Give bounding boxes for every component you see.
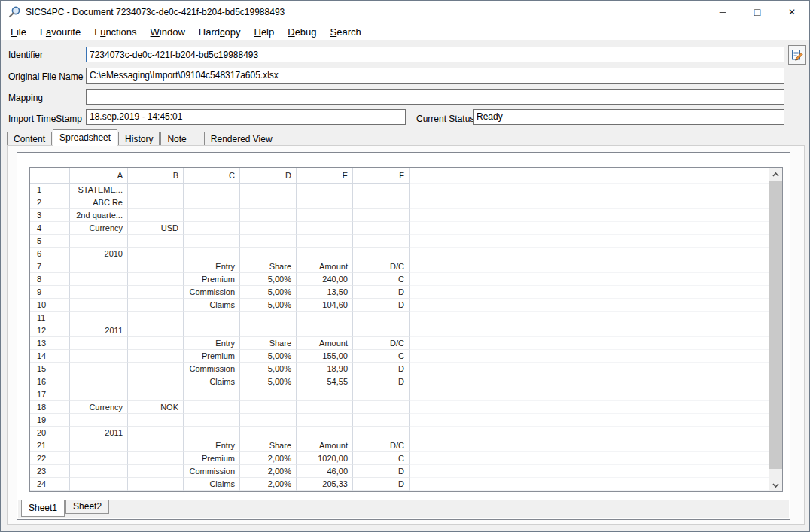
vertical-scrollbar[interactable] [769,168,782,491]
row-header-2[interactable]: 2 [30,196,70,209]
cell-D8[interactable]: 5,00% [240,273,297,286]
cell-D15[interactable]: 5,00% [240,363,297,375]
cell-D13[interactable]: Share [240,337,297,350]
cell-A13[interactable] [70,337,128,350]
cell-A8[interactable] [70,273,128,286]
column-header-F[interactable]: F [353,168,410,184]
column-header-D[interactable]: D [240,168,297,184]
close-button[interactable]: ✕ [775,1,809,23]
cell-D20[interactable] [240,427,297,439]
cell-C20[interactable] [184,427,240,439]
cell-B17[interactable] [128,388,184,401]
cell-C9[interactable]: Commission [184,286,240,299]
row-header-21[interactable]: 21 [30,439,70,452]
cell-F17[interactable] [353,388,410,401]
cell-C16[interactable]: Claims [184,375,240,388]
cell-B23[interactable] [128,465,184,478]
cell-B4[interactable]: USD [128,222,184,235]
cell-D10[interactable]: 5,00% [240,299,297,312]
import-timestamp-field[interactable]: 18.sep.2019 - 14:45:01 [86,109,406,125]
cell-C13[interactable]: Entry [184,337,240,350]
cell-B19[interactable] [128,414,184,427]
cell-E9[interactable]: 13,50 [297,286,353,299]
tab-rendered-view[interactable]: Rendered View [204,132,279,146]
cell-F14[interactable]: C [353,350,410,363]
cell-E22[interactable]: 1020,00 [297,452,353,465]
cell-C7[interactable]: Entry [184,260,240,273]
cell-E10[interactable]: 104,60 [297,299,353,312]
menu-help[interactable]: Help [247,25,281,39]
tab-note[interactable]: Note [160,132,193,146]
cell-E19[interactable] [297,414,353,427]
cell-A11[interactable] [70,312,128,324]
maximize-button[interactable]: □ [740,1,775,23]
cell-B6[interactable] [128,248,184,260]
cell-D16[interactable]: 5,00% [240,375,297,388]
cell-D4[interactable] [240,222,297,235]
cell-B15[interactable] [128,363,184,375]
cell-C8[interactable]: Premium [184,273,240,286]
cell-D17[interactable] [240,388,297,401]
row-header-10[interactable]: 10 [30,299,70,312]
cell-D18[interactable] [240,401,297,414]
row-header-24[interactable]: 24 [30,478,70,491]
cell-A22[interactable] [70,452,128,465]
cell-E2[interactable] [297,196,353,209]
cell-B11[interactable] [128,312,184,324]
cell-A12[interactable]: 2011 [70,324,128,337]
row-header-1[interactable]: 1 [30,184,70,196]
cell-A15[interactable] [70,363,128,375]
row-header-14[interactable]: 14 [30,350,70,363]
tab-spreadsheet[interactable]: Spreadsheet [53,129,117,146]
cell-F10[interactable]: D [353,299,410,312]
scrollbar-thumb[interactable] [769,181,782,469]
menu-file[interactable]: File [4,25,33,39]
cell-F23[interactable]: D [353,465,410,478]
cell-A5[interactable] [70,235,128,248]
row-header-16[interactable]: 16 [30,375,70,388]
cell-F16[interactable]: D [353,375,410,388]
cell-B7[interactable] [128,260,184,273]
menu-hardcopy[interactable]: Hardcopy [192,25,248,39]
cell-E8[interactable]: 240,00 [297,273,353,286]
row-header-15[interactable]: 15 [30,363,70,375]
column-header-C[interactable]: C [184,168,240,184]
cell-D14[interactable]: 5,00% [240,350,297,363]
row-header-13[interactable]: 13 [30,337,70,350]
cell-C14[interactable]: Premium [184,350,240,363]
cell-A20[interactable]: 2011 [70,427,128,439]
row-header-5[interactable]: 5 [30,235,70,248]
row-header-8[interactable]: 8 [30,273,70,286]
cell-A6[interactable]: 2010 [70,248,128,260]
cell-F24[interactable]: D [353,478,410,491]
minimize-button[interactable]: ─ [705,1,740,23]
cell-E18[interactable] [297,401,353,414]
cell-B5[interactable] [128,235,184,248]
cell-E20[interactable] [297,427,353,439]
cell-E15[interactable]: 18,90 [297,363,353,375]
cell-E13[interactable]: Amount [297,337,353,350]
row-header-12[interactable]: 12 [30,324,70,337]
row-header-6[interactable]: 6 [30,248,70,260]
current-status-field[interactable]: Ready [473,109,784,125]
cell-F12[interactable] [353,324,410,337]
row-header-20[interactable]: 20 [30,427,70,439]
row-header-11[interactable]: 11 [30,312,70,324]
cell-D22[interactable]: 2,00% [240,452,297,465]
row-header-3[interactable]: 3 [30,209,70,222]
cell-C15[interactable]: Commission [184,363,240,375]
cell-C4[interactable] [184,222,240,235]
cell-A9[interactable] [70,286,128,299]
cell-D21[interactable]: Share [240,439,297,452]
row-header-22[interactable]: 22 [30,452,70,465]
menu-search[interactable]: Search [324,25,368,39]
cell-A17[interactable] [70,388,128,401]
row-header-23[interactable]: 23 [30,465,70,478]
cell-E24[interactable]: 205,33 [297,478,353,491]
row-header-9[interactable]: 9 [30,286,70,299]
mapping-field[interactable] [86,89,784,105]
cell-A4[interactable]: Currency [70,222,128,235]
cell-C2[interactable] [184,196,240,209]
cell-A23[interactable] [70,465,128,478]
cell-A7[interactable] [70,260,128,273]
